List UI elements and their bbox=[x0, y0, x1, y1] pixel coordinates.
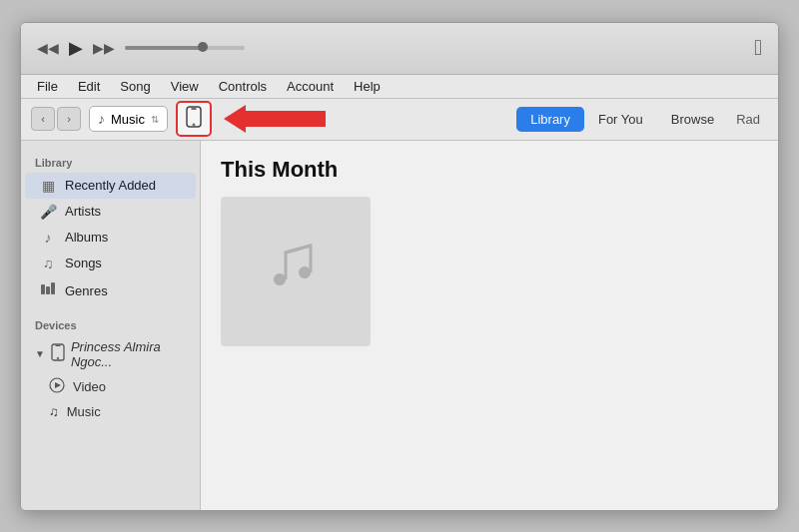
forward-button[interactable]: ▶▶ bbox=[93, 40, 115, 56]
svg-point-2 bbox=[193, 124, 195, 126]
section-title: This Month bbox=[221, 157, 758, 183]
sidebar-item-artists[interactable]: 🎤 Artists bbox=[25, 199, 196, 225]
itunes-window: ◀◀ ▶ ▶▶  File Edit Song View Controls A… bbox=[20, 22, 779, 511]
genres-icon bbox=[39, 281, 57, 300]
svg-rect-4 bbox=[46, 286, 50, 294]
menu-view[interactable]: View bbox=[163, 77, 207, 96]
progress-knob[interactable] bbox=[198, 42, 208, 52]
tab-library[interactable]: Library bbox=[516, 107, 584, 132]
menu-edit[interactable]: Edit bbox=[70, 77, 108, 96]
tab-browse[interactable]: Browse bbox=[657, 107, 728, 132]
nav-buttons: ‹ › bbox=[31, 107, 81, 131]
source-selector[interactable]: ♪ Music ⇅ bbox=[89, 106, 168, 132]
play-button[interactable]: ▶ bbox=[69, 37, 83, 59]
device-music-label: Music bbox=[67, 404, 101, 419]
menu-controls[interactable]: Controls bbox=[211, 77, 275, 96]
sidebar: Library ▦ Recently Added 🎤 Artists ♪ Alb… bbox=[21, 141, 201, 510]
songs-icon: ♫ bbox=[39, 256, 57, 271]
iphone-icon bbox=[185, 106, 203, 133]
nav-forward-button[interactable]: › bbox=[57, 107, 81, 131]
menu-song[interactable]: Song bbox=[112, 77, 158, 96]
artists-icon: 🎤 bbox=[39, 204, 57, 220]
svg-rect-5 bbox=[51, 282, 55, 294]
sidebar-item-albums[interactable]: ♪ Albums bbox=[25, 225, 196, 251]
video-label: Video bbox=[73, 379, 106, 394]
music-note-icon: ♪ bbox=[98, 111, 105, 127]
apple-logo:  bbox=[754, 35, 762, 61]
rewind-button[interactable]: ◀◀ bbox=[37, 40, 59, 56]
albums-icon: ♪ bbox=[39, 230, 57, 246]
sidebar-item-songs[interactable]: ♫ Songs bbox=[25, 251, 196, 276]
title-bar: ◀◀ ▶ ▶▶  bbox=[21, 23, 778, 75]
device-expand-icon: ▼ bbox=[35, 348, 45, 359]
menu-help[interactable]: Help bbox=[346, 77, 389, 96]
menu-account[interactable]: Account bbox=[279, 77, 342, 96]
device-name-label: Princess Almira Ngoc... bbox=[71, 339, 186, 369]
artists-label: Artists bbox=[65, 204, 101, 219]
device-sub-video[interactable]: Video bbox=[21, 373, 200, 400]
devices-section: Devices ▼ Princess Almira Ngoc... bbox=[21, 313, 200, 423]
source-label: Music bbox=[111, 112, 145, 127]
devices-section-label: Devices bbox=[21, 313, 200, 335]
tab-buttons: Library For You Browse Rad bbox=[516, 107, 768, 132]
albums-label: Albums bbox=[65, 230, 108, 245]
recently-added-label: Recently Added bbox=[65, 178, 156, 193]
red-arrow-shaft bbox=[246, 111, 326, 127]
video-icon bbox=[49, 377, 65, 396]
iphone-button[interactable] bbox=[176, 101, 212, 137]
device-item-phone[interactable]: ▼ Princess Almira Ngoc... bbox=[21, 335, 200, 373]
source-arrow-icon: ⇅ bbox=[151, 114, 159, 125]
placeholder-music-icon bbox=[256, 225, 336, 318]
recently-added-icon: ▦ bbox=[39, 178, 57, 194]
device-phone-icon bbox=[51, 343, 65, 364]
main-area: Library ▦ Recently Added 🎤 Artists ♪ Alb… bbox=[21, 141, 778, 510]
toolbar: ‹ › ♪ Music ⇅ Library bbox=[21, 99, 778, 141]
library-section-label: Library bbox=[21, 151, 200, 173]
tab-radio[interactable]: Rad bbox=[728, 107, 768, 132]
songs-label: Songs bbox=[65, 256, 102, 270]
transport-controls: ◀◀ ▶ ▶▶ bbox=[37, 37, 245, 59]
menu-file[interactable]: File bbox=[29, 77, 66, 96]
progress-bar[interactable] bbox=[125, 46, 245, 50]
progress-fill bbox=[125, 46, 203, 50]
content-area: This Month bbox=[201, 141, 778, 510]
red-arrow-annotation bbox=[224, 105, 326, 133]
tab-for-you[interactable]: For You bbox=[584, 107, 657, 132]
svg-rect-3 bbox=[41, 284, 45, 294]
device-music-icon: ♫ bbox=[49, 404, 59, 419]
sidebar-item-genres[interactable]: Genres bbox=[25, 276, 196, 305]
menu-bar: File Edit Song View Controls Account Hel… bbox=[21, 75, 778, 99]
device-sub-music[interactable]: ♫ Music bbox=[21, 400, 200, 423]
nav-back-button[interactable]: ‹ bbox=[31, 107, 55, 131]
red-arrow-head bbox=[224, 105, 246, 133]
sidebar-item-recently-added[interactable]: ▦ Recently Added bbox=[25, 173, 196, 199]
genres-label: Genres bbox=[65, 283, 108, 298]
album-placeholder bbox=[221, 197, 371, 346]
svg-point-8 bbox=[57, 357, 59, 359]
